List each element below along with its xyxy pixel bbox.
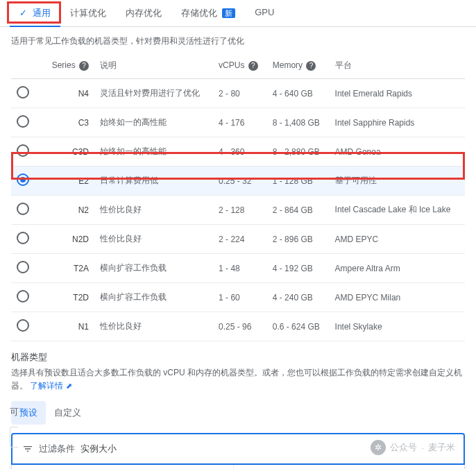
cell-vcpus: 4 - 360 — [213, 137, 267, 167]
section-title: 机器类型 — [11, 351, 465, 364]
tab-label: 存储优化 — [181, 8, 217, 18]
cell-vcpus: 2 - 80 — [213, 79, 267, 108]
table-row[interactable]: E2 日常计算费用低 0.25 - 32 1 - 128 GB 基于可用性 — [11, 167, 465, 196]
cell-desc: 性价比良好 — [94, 312, 213, 341]
cell-series: C3 — [39, 108, 94, 137]
cell-vcpus: 1 - 60 — [213, 283, 267, 312]
new-badge: 新 — [222, 8, 235, 18]
cell-platform: Intel Skylake — [330, 312, 465, 341]
cell-memory: 4 - 240 GB — [267, 283, 330, 312]
cell-memory: 0.6 - 624 GB — [267, 312, 330, 341]
radio-button[interactable] — [17, 203, 29, 215]
cell-platform: Intel Cascade Lake 和 Ice Lake — [330, 196, 465, 225]
cell-vcpus: 2 - 224 — [213, 225, 267, 254]
cutoff-box — [10, 427, 18, 447]
cell-memory: 4 - 640 GB — [267, 79, 330, 108]
tab-gpu[interactable]: GPU — [245, 0, 284, 26]
cell-desc: 横向扩容工作负载 — [94, 254, 213, 283]
cell-vcpus: 0.25 - 96 — [213, 312, 267, 341]
radio-button[interactable] — [17, 261, 29, 273]
cell-platform: Ampere Altra Arm — [330, 254, 465, 283]
cell-desc: 性价比良好 — [94, 196, 213, 225]
col-memory: Memory ? — [267, 53, 330, 79]
table-row[interactable]: N2 性价比良好 2 - 128 2 - 864 GB Intel Cascad… — [11, 196, 465, 225]
filter-value: 实例大小 — [80, 443, 117, 455]
tab-label: 通用 — [33, 8, 51, 18]
filter-label: 过滤条件 — [39, 443, 75, 455]
table-row[interactable]: C3D 始终如一的高性能 4 - 360 8 - 2,880 GB AMD Ge… — [11, 137, 465, 167]
cell-platform: AMD EPYC Milan — [330, 283, 465, 312]
cell-vcpus: 2 - 128 — [213, 196, 267, 225]
info-icon[interactable]: ? — [248, 61, 258, 71]
radio-button[interactable] — [17, 173, 29, 186]
cell-platform: 基于可用性 — [330, 167, 465, 196]
col-vcpus: vCPUs ? — [213, 53, 267, 79]
table-row[interactable]: N2D 性价比良好 2 - 224 2 - 896 GB AMD EPYC — [11, 225, 465, 254]
cell-memory: 8 - 1,408 GB — [267, 108, 330, 137]
check-icon: ✓ — [19, 8, 27, 18]
cell-series: E2 — [39, 167, 94, 196]
col-series: Series ? — [39, 53, 94, 79]
filter-icon — [22, 443, 33, 454]
cell-vcpus: 0.25 - 32 — [213, 167, 267, 196]
tab-label: GPU — [255, 7, 274, 17]
cutoff-text: 可 — [10, 406, 19, 418]
cell-series: C3D — [39, 137, 94, 167]
cell-platform: Intel Sapphire Rapids — [330, 108, 465, 137]
tab-storage[interactable]: 存储优化 新 — [171, 0, 246, 26]
section-desc: 选择具有预设数且适合大多数工作负载的 vCPU 和内存的机器类型。或者，您也可以… — [11, 366, 465, 393]
cell-series: N4 — [39, 79, 94, 108]
cell-platform: AMD EPYC — [330, 225, 465, 254]
info-icon[interactable]: ? — [306, 61, 316, 71]
table-row[interactable]: N4 灵活且针对费用进行了优化 2 - 80 4 - 640 GB Intel … — [11, 79, 465, 108]
learn-more-link[interactable]: 了解详情 ⬈ — [30, 381, 71, 391]
wechat-icon: ✲ — [371, 440, 386, 455]
cell-desc: 灵活且针对费用进行了优化 — [94, 79, 213, 108]
category-list: 共享核心 › 标准 高内存 高 CPU — [12, 465, 234, 469]
tab-compute[interactable]: 计算优化 — [60, 0, 116, 26]
info-icon[interactable]: ? — [79, 61, 89, 71]
cell-desc: 日常计算费用低 — [94, 167, 213, 196]
cell-desc: 横向扩容工作负载 — [94, 283, 213, 312]
table-row[interactable]: C3 始终如一的高性能 4 - 176 8 - 1,408 GB Intel S… — [11, 108, 465, 137]
cell-series: N2D — [39, 225, 94, 254]
cell-memory: 1 - 128 GB — [267, 167, 330, 196]
radio-button[interactable] — [17, 86, 29, 99]
cell-series: T2D — [39, 283, 94, 312]
tab-label: 计算优化 — [70, 8, 106, 18]
series-table: Series ? 说明 vCPUs ? Memory ? 平台 N4 灵活且针对… — [11, 53, 465, 341]
cell-series: N2 — [39, 196, 94, 225]
cell-vcpus: 1 - 48 — [213, 254, 267, 283]
cell-memory: 2 - 896 GB — [267, 225, 330, 254]
category-tabs: ✓ 通用 计算优化 内存优化 存储优化 新 GPU — [0, 0, 476, 27]
cell-desc: 始终如一的高性能 — [94, 108, 213, 137]
table-row[interactable]: T2D 横向扩容工作负载 1 - 60 4 - 240 GB AMD EPYC … — [11, 283, 465, 312]
watermark: ✲ 公众号 · 麦子米 — [371, 440, 455, 455]
cell-memory: 8 - 2,880 GB — [267, 137, 330, 167]
machine-type-section: 机器类型 选择具有预设数且适合大多数工作负载的 vCPU 和内存的机器类型。或者… — [0, 341, 476, 395]
table-row[interactable]: N1 性价比良好 0.25 - 96 0.6 - 624 GB Intel Sk… — [11, 312, 465, 341]
cell-series: N1 — [39, 312, 94, 341]
radio-button[interactable] — [17, 115, 29, 128]
tab-general[interactable]: ✓ 通用 — [10, 0, 60, 26]
preset-tabs: 预设 自定义 — [0, 395, 476, 425]
col-desc: 说明 — [94, 53, 213, 79]
cell-series: T2A — [39, 254, 94, 283]
cell-desc: 始终如一的高性能 — [94, 137, 213, 167]
category-description: 适用于常见工作负载的机器类型，针对费用和灵活性进行了优化 — [0, 27, 476, 53]
sub-tab-custom[interactable]: 自定义 — [46, 401, 90, 425]
radio-button[interactable] — [17, 144, 29, 157]
cell-memory: 4 - 192 GB — [267, 254, 330, 283]
tab-label: 内存优化 — [126, 8, 162, 18]
col-platform: 平台 — [330, 53, 465, 79]
external-link-icon: ⬈ — [66, 382, 72, 390]
cell-memory: 2 - 864 GB — [267, 196, 330, 225]
radio-button[interactable] — [17, 319, 29, 332]
cell-platform: Intel Emerald Rapids — [330, 79, 465, 108]
option-list: e2-micro 0.25-2 个 vCPU（1 个共享核心），1 GB 内存 … — [234, 465, 464, 469]
radio-button[interactable] — [17, 290, 29, 302]
machine-type-dropdown: 共享核心 › 标准 高内存 高 CPU e2-micro 0.25-2 个 vC… — [11, 465, 465, 469]
radio-button[interactable] — [17, 232, 29, 244]
tab-memory[interactable]: 内存优化 — [116, 0, 171, 26]
table-row[interactable]: T2A 横向扩容工作负载 1 - 48 4 - 192 GB Ampere Al… — [11, 254, 465, 283]
